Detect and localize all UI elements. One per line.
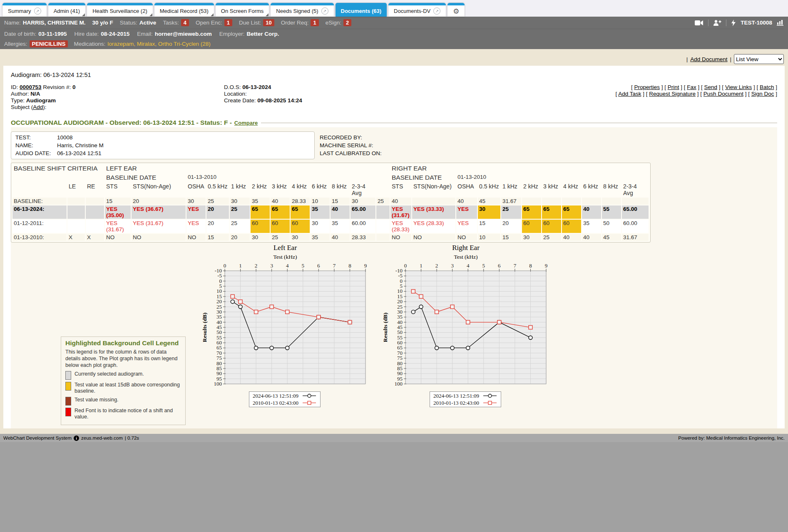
allergy-badge[interactable]: PENICILLINS: [30, 40, 68, 47]
tab-medical-record[interactable]: Medical Record (53): [154, 3, 214, 17]
type-label: Type:: [11, 97, 25, 104]
name-label: NAME:: [15, 141, 57, 149]
doc-link-view-links[interactable]: View Links: [725, 84, 752, 90]
doc-link-print[interactable]: Print: [668, 84, 679, 90]
lightning-icon[interactable]: [731, 20, 736, 26]
tab-health-surveillance[interactable]: Health Surveillance (2): [87, 3, 153, 17]
tab-documents-dv[interactable]: Documents-DV: [388, 3, 446, 17]
footer-render-time: | 0.72s: [125, 435, 139, 440]
tab-on-screen-forms[interactable]: On Screen Forms: [216, 3, 269, 17]
table-cell: YES (28.33): [412, 220, 455, 233]
svg-text:9: 9: [545, 262, 548, 269]
esign-badge[interactable]: 2: [343, 19, 351, 26]
svg-text:6: 6: [317, 262, 320, 269]
table-cell: 65: [562, 205, 581, 219]
table-row: BASELINE:1520302530354028.33101530254040…: [12, 198, 649, 205]
table-cell: YES: [186, 205, 206, 219]
left-ear-chart-block: Left EarTest (kHz)0123456789-10-50510152…: [201, 243, 369, 407]
patient-row-2: Date of birth:03-11-1995 Hire date:08-24…: [4, 29, 784, 39]
external-link-icon[interactable]: [433, 7, 440, 15]
table-cell: 60.00: [622, 220, 649, 233]
table-cell: 30: [251, 234, 270, 241]
bar-chart-icon[interactable]: [777, 20, 784, 26]
order-req-badge[interactable]: 1: [311, 19, 318, 26]
svg-text:4: 4: [467, 262, 470, 269]
table-cell: STS(Non-Age): [412, 183, 455, 197]
table-cell: 60: [271, 220, 290, 233]
external-link-icon[interactable]: [34, 7, 41, 15]
doc-link-push-document[interactable]: Push Document: [703, 91, 743, 97]
doc-link-fax[interactable]: Fax: [687, 84, 696, 90]
table-cell: 40: [562, 234, 581, 241]
compare-link[interactable]: Compare: [234, 120, 258, 126]
cell-legend-item: Red Font is to indicate notice of a shif…: [65, 408, 181, 421]
table-cell: 40: [390, 198, 411, 205]
table-cell: 3 kHz: [271, 183, 290, 197]
table-cell: 60: [251, 220, 270, 233]
audiogram-section-body: TEST:10008 NAME:Harris, Christine M AUDI…: [11, 127, 777, 428]
svg-text:5: 5: [302, 262, 305, 269]
patient-row-1: Name:HARRIS, CHRISTINE M. 30 y/o F Statu…: [4, 17, 784, 29]
external-link-icon[interactable]: [321, 7, 328, 15]
tasks-badge[interactable]: 4: [181, 19, 189, 26]
add-person-icon[interactable]: [713, 20, 721, 26]
settings-tab[interactable]: [447, 3, 465, 17]
legend-swatch: [65, 408, 71, 416]
video-camera-icon[interactable]: [695, 20, 703, 26]
doc-link-request-signature[interactable]: Request Signature: [649, 91, 696, 97]
medications-list[interactable]: lorazepam, Miralax, Ortho Tri-Cyclen (28…: [107, 41, 211, 47]
table-cell: [12, 173, 104, 182]
table-cell: [67, 205, 85, 219]
tab-needs-signed[interactable]: Needs Signed (5): [271, 3, 333, 17]
table-cell: 25: [542, 234, 561, 241]
table-cell: 2-3-4 Avg: [350, 183, 375, 197]
subject-add-link[interactable]: Add: [33, 104, 43, 110]
table-cell: 0.5 kHz: [478, 183, 500, 197]
due-list-badge[interactable]: 10: [263, 19, 274, 26]
info-icon[interactable]: [74, 435, 79, 441]
table-cell: 25: [230, 205, 250, 219]
id-label: ID:: [11, 84, 18, 90]
separator: |: [686, 56, 688, 62]
doc-link-batch[interactable]: Batch: [760, 84, 774, 90]
patient-name: HARRIS, CHRISTINE M.: [23, 20, 86, 26]
table-cell: [376, 183, 390, 197]
doc-link-send[interactable]: Send: [704, 84, 718, 90]
document-card: Audiogram: 06-13-2024 12:51 ID: 0000753 …: [3, 66, 785, 428]
table-cell: LE: [67, 183, 85, 197]
svg-text:7: 7: [333, 262, 336, 269]
table-cell: [602, 198, 621, 205]
table-cell: 25: [230, 220, 250, 233]
employer-label: Employer:: [219, 31, 245, 37]
doc-link-add-task[interactable]: Add Task: [618, 91, 641, 97]
table-cell: 30: [230, 198, 250, 205]
tab-documents[interactable]: Documents (63): [336, 3, 387, 17]
dos-label: D.O.S:: [224, 84, 241, 90]
svg-text:7: 7: [514, 262, 517, 269]
cell-legend-item: Test value at least 15dB above correspon…: [65, 382, 181, 395]
tab-summary[interactable]: Summary: [2, 3, 47, 17]
table-cell: OSHA: [456, 183, 477, 197]
open-enc-badge[interactable]: 1: [224, 19, 232, 26]
table-cell: 60: [291, 220, 310, 233]
table-cell: 20: [501, 220, 521, 233]
view-select[interactable]: List View: [734, 54, 784, 64]
add-document-link[interactable]: Add Document: [690, 56, 727, 62]
table-cell: 28.33: [291, 198, 310, 205]
tab-admin[interactable]: Admin (41): [48, 3, 86, 17]
doc-link-sign-doc[interactable]: Sign Doc: [751, 91, 774, 97]
tab-label: Summary: [8, 8, 31, 14]
svg-text:Results (dB): Results (dB): [382, 313, 388, 342]
footer-app-name: WebChart Development System: [3, 435, 72, 440]
dob-value: 03-11-1995: [38, 31, 67, 37]
document-id-link[interactable]: 0000753: [20, 84, 42, 90]
doc-link-properties[interactable]: Properties: [634, 84, 660, 90]
document-title: Audiogram: 06-13-2024 12:51: [11, 72, 777, 78]
table-cell: [376, 164, 390, 173]
right-ear-chart: Right EarTest (kHz)0123456789-10-5051015…: [381, 243, 549, 388]
tab-label: Documents (63): [341, 8, 382, 14]
chart-legend-entry: 2024-06-13 12:51:09: [433, 392, 497, 399]
test-label: TEST:: [15, 134, 57, 141]
table-cell: [86, 220, 104, 233]
table-cell: YES (33.33): [412, 205, 455, 219]
